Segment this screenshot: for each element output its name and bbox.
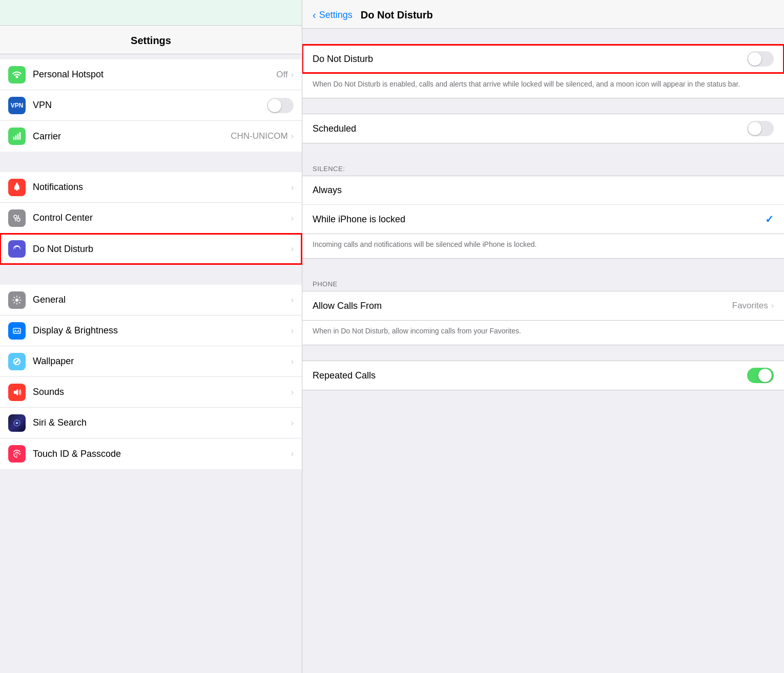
spacer-2 — [302, 98, 784, 114]
svg-point-3 — [14, 215, 17, 218]
locked-description: Incoming calls and notifications will be… — [302, 234, 784, 259]
repeated-calls-row[interactable]: Repeated Calls — [302, 361, 784, 390]
siri-label: Siri & Search — [33, 417, 291, 428]
sidebar-item-sounds[interactable]: Sounds › — [0, 377, 302, 408]
touch-id-label: Touch ID & Passcode — [33, 449, 291, 459]
right-header: ‹ Settings Do Not Disturb — [302, 0, 784, 29]
sidebar-item-wallpaper[interactable]: Wallpaper › — [0, 346, 302, 377]
allow-calls-chevron: › — [771, 301, 774, 310]
back-chevron-icon: ‹ — [313, 9, 316, 21]
control-center-label: Control Center — [33, 213, 291, 223]
do-not-disturb-icon — [8, 240, 26, 258]
wallpaper-label: Wallpaper — [33, 356, 291, 367]
repeated-calls-block: Repeated Calls — [302, 361, 784, 390]
phone-section-label: PHONE — [302, 274, 784, 291]
left-panel: Settings Personal Hotspot Off › VPN VPN — [0, 0, 302, 673]
spacer-top — [302, 29, 784, 44]
carrier-icon — [8, 128, 26, 145]
while-locked-row[interactable]: While iPhone is locked ✓ — [302, 205, 784, 234]
touch-id-icon — [8, 445, 26, 462]
do-not-disturb-chevron: › — [291, 244, 294, 254]
hotspot-chevron: › — [291, 70, 294, 79]
allow-calls-label: Allow Calls From — [313, 301, 732, 311]
scheduled-label: Scheduled — [313, 123, 747, 134]
carrier-value: CHN-UNICOM — [231, 131, 287, 141]
wallpaper-icon — [8, 353, 26, 370]
sidebar-item-display[interactable]: AA Display & Brightness › — [0, 316, 302, 346]
sounds-chevron: › — [291, 388, 294, 397]
display-icon: AA — [8, 322, 26, 340]
always-label: Always — [313, 185, 774, 196]
sidebar-item-touch-id[interactable]: Touch ID & Passcode › — [0, 438, 302, 469]
notifications-icon — [8, 179, 26, 196]
repeated-calls-toggle[interactable] — [747, 368, 774, 383]
scheduled-row[interactable]: Scheduled — [302, 114, 784, 143]
vpn-label: VPN — [33, 100, 267, 111]
notifications-label: Notifications — [33, 182, 291, 193]
vpn-toggle[interactable] — [267, 98, 294, 113]
sounds-label: Sounds — [33, 387, 291, 397]
svg-point-12 — [16, 422, 18, 424]
wallpaper-chevron: › — [291, 357, 294, 366]
sidebar-item-general[interactable]: General › — [0, 285, 302, 316]
dnd-toggle-label: Do Not Disturb — [313, 54, 747, 65]
control-center-icon — [8, 209, 26, 227]
sidebar-item-control-center[interactable]: Control Center › — [0, 203, 302, 234]
preferences-group: General › AA Display & Brightness › Wall… — [0, 285, 302, 469]
sidebar-item-vpn[interactable]: VPN VPN — [0, 90, 302, 121]
while-locked-checkmark: ✓ — [765, 213, 774, 225]
general-label: General — [33, 295, 291, 305]
sidebar-item-do-not-disturb[interactable]: Do Not Disturb › — [0, 234, 302, 264]
always-row[interactable]: Always — [302, 176, 784, 205]
carrier-chevron: › — [291, 132, 294, 141]
allow-calls-description: When in Do Not Disturb, allow incoming c… — [302, 321, 784, 345]
dnd-description: When Do Not Disturb is enabled, calls an… — [302, 74, 784, 98]
svg-point-7 — [15, 299, 18, 302]
spacer-bottom — [302, 390, 784, 406]
svg-rect-1 — [16, 190, 18, 191]
scheduled-toggle[interactable] — [747, 121, 774, 136]
allow-calls-row[interactable]: Allow Calls From Favorites › — [302, 291, 784, 320]
sidebar-item-carrier[interactable]: Carrier CHN-UNICOM › — [0, 121, 302, 152]
silence-block: Always While iPhone is locked ✓ — [302, 176, 784, 234]
svg-text:AA: AA — [14, 329, 20, 333]
general-chevron: › — [291, 296, 294, 305]
scheduled-block: Scheduled — [302, 114, 784, 143]
right-panel: ‹ Settings Do Not Disturb Do Not Disturb… — [302, 0, 784, 673]
svg-point-5 — [17, 218, 20, 221]
phone-block: Allow Calls From Favorites › — [302, 291, 784, 321]
sidebar-item-hotspot[interactable]: Personal Hotspot Off › — [0, 59, 302, 90]
dnd-block: Do Not Disturb — [302, 44, 784, 74]
siri-chevron: › — [291, 418, 294, 428]
spacer-3 — [302, 143, 784, 159]
notifications-chevron: › — [291, 183, 294, 192]
allow-calls-value: Favorites — [732, 301, 768, 311]
top-icon-area — [0, 0, 302, 26]
while-locked-label: While iPhone is locked — [313, 214, 765, 225]
separator-2 — [0, 264, 302, 280]
svg-point-0 — [16, 75, 18, 78]
control-center-chevron: › — [291, 214, 294, 223]
svg-point-2 — [16, 182, 18, 184]
silence-section-label: SILENCE: — [302, 159, 784, 176]
spacer-5 — [302, 345, 784, 361]
back-button[interactable]: Settings — [319, 10, 353, 20]
separator-1 — [0, 152, 302, 167]
right-title: Do Not Disturb — [361, 9, 433, 21]
sidebar-item-notifications[interactable]: Notifications › — [0, 172, 302, 203]
sidebar-item-siri[interactable]: Siri & Search › — [0, 408, 302, 438]
spacer-4 — [302, 259, 784, 274]
vpn-icon: VPN — [8, 97, 26, 114]
system-group: Notifications › Control Center › — [0, 172, 302, 264]
dnd-toggle-row[interactable]: Do Not Disturb — [302, 45, 784, 73]
do-not-disturb-label: Do Not Disturb — [33, 244, 291, 255]
display-label: Display & Brightness — [33, 325, 291, 336]
dnd-toggle[interactable] — [747, 51, 774, 67]
general-icon — [8, 291, 26, 309]
network-group: Personal Hotspot Off › VPN VPN Carrier — [0, 59, 302, 152]
right-content: Do Not Disturb When Do Not Disturb is en… — [302, 29, 784, 673]
siri-icon — [8, 414, 26, 432]
sounds-icon — [8, 384, 26, 401]
hotspot-label: Personal Hotspot — [33, 69, 276, 80]
repeated-calls-label: Repeated Calls — [313, 370, 747, 381]
